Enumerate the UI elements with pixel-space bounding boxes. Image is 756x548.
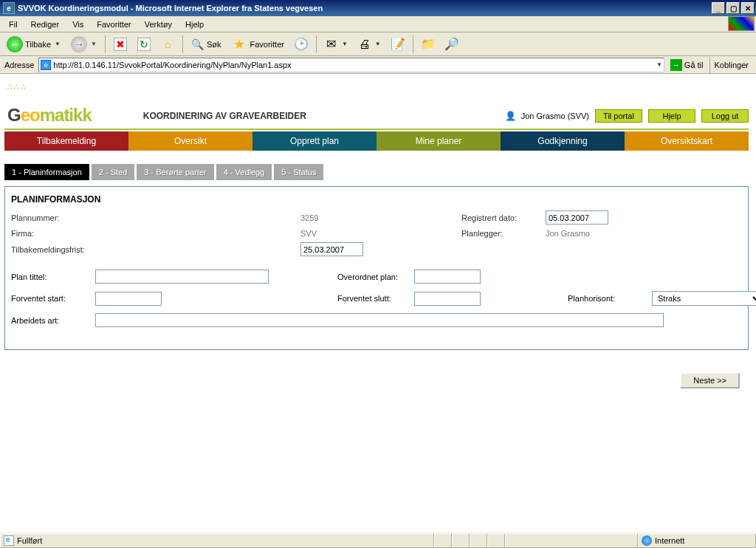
stop-button[interactable]: ✖ [110,35,131,53]
arbeid-input[interactable] [95,313,664,327]
print-icon: 🖨 [358,38,371,51]
toolbar-separator [182,35,183,53]
logout-button[interactable]: Logg ut [701,109,749,123]
status-cell [470,533,487,548]
page-favicon-icon: e [41,60,51,70]
toolbar-separator [316,35,317,53]
frist-input[interactable] [300,242,363,256]
search-icon: 🔍 [191,38,205,51]
back-icon: ← [7,36,23,52]
regdato-label: Registrert dato: [461,213,543,222]
menu-fil[interactable]: Fil [3,18,24,30]
edit-icon: 📝 [391,38,405,51]
refresh-button[interactable]: ↻ [134,35,154,53]
edit-button[interactable]: 📝 [388,35,408,53]
menu-hjelp[interactable]: Hjelp [179,18,210,30]
research-button[interactable]: 🔎 [441,35,462,53]
window-buttons: _ ▢ ✕ [712,2,756,14]
mail-button[interactable]: ✉▼ [321,35,351,53]
tittel-label: Plan tittel: [11,273,92,281]
status-cell [487,533,505,548]
plannummer-label: Plannummer: [11,213,122,222]
address-label: Adresse [3,61,35,69]
search-label: Søk [207,40,221,49]
next-button[interactable]: Neste >> [680,372,740,388]
url-box[interactable]: e ▼ [38,58,664,72]
horisont-select[interactable]: Straks [652,291,756,306]
globe-icon [642,535,652,546]
status-cell [452,533,470,548]
regdato-input[interactable] [546,210,608,225]
go-button[interactable]: → Gå til [667,58,707,72]
tab-oversikt[interactable]: Oversikt [128,131,252,151]
window-titlebar: e SVVOK Koordineringsmodul - Microsoft I… [0,0,756,16]
user-name: Jon Grasmo (SVV) [521,112,589,120]
next-row: Neste >> [4,372,749,388]
tab-godkjenning[interactable]: Godkjenning [501,131,625,151]
chevron-down-icon: ▼ [375,41,381,47]
planlegger-label: Planlegger: [461,229,543,238]
start-input[interactable] [95,292,162,306]
windows-logo-icon [728,16,755,31]
chevron-down-icon: ▼ [91,41,97,47]
page-viewport: ∴∴∴ Geomatikk KOORDINERING AV GRAVEARBEI… [0,74,756,532]
minimize-button[interactable]: _ [712,2,725,14]
back-button[interactable]: ← Tilbake ▼ [3,34,64,55]
page-title: KOORDINERING AV GRAVEARBEIDER [92,111,505,126]
plannummer-value: 3259 [300,213,382,222]
favorites-button[interactable]: ★ Favoritter [227,34,287,55]
user-icon [505,111,515,121]
tab-mine-planer[interactable]: Mine planer [377,131,501,151]
home-button[interactable]: ⌂ [157,35,178,53]
favorites-label: Favoritter [250,40,284,49]
chevron-down-icon: ▼ [55,41,61,47]
form-heading: PLANINFORMASJON [11,194,742,205]
print-button[interactable]: 🖨▼ [354,35,385,53]
back-label: Tilbake [25,40,51,49]
links-button[interactable]: Koblinger [709,57,753,73]
subtab-sted[interactable]: 2 - Sted [92,164,135,180]
geomatikk-logo: ∴∴∴ Geomatikk [7,84,92,126]
start-label: Forventet start: [11,294,92,303]
main-tabs: Tilbakemelding Oversikt Opprett plan Min… [4,131,749,151]
menu-vis[interactable]: Vis [66,18,89,30]
firma-label: Firma: [11,229,122,238]
maximize-button[interactable]: ▢ [726,2,740,14]
chevron-down-icon[interactable]: ▼ [656,61,662,68]
go-icon: → [670,59,682,71]
subtab-status[interactable]: 5 - Status [274,164,323,180]
address-bar: Adresse e ▼ → Gå til Koblinger [0,56,756,74]
slutt-label: Forventet slutt: [337,294,411,303]
app-icon: e [3,2,15,14]
forward-button[interactable]: → ▼ [67,34,100,55]
help-button[interactable]: Hjelp [648,109,695,123]
overordnet-input[interactable] [414,270,481,284]
tittel-input[interactable] [95,270,269,284]
folder-icon: 📁 [422,38,435,51]
search-button[interactable]: 🔍 Søk [188,35,225,53]
slutt-input[interactable] [414,292,481,306]
menu-verktoy[interactable]: Verktøy [139,18,178,30]
status-bar: Fullført Internett [0,532,756,548]
menu-rediger[interactable]: Rediger [25,18,66,30]
toolbar-separator [413,35,413,53]
toolbar-separator [105,35,106,53]
history-icon: 🕑 [295,38,308,51]
history-button[interactable]: 🕑 [291,35,312,53]
subtab-parter[interactable]: 3 - Berørte parter [137,164,213,180]
tab-opprett-plan[interactable]: Opprett plan [252,131,377,151]
menu-favoritter[interactable]: Favoritter [91,18,137,30]
go-label: Gå til [684,61,704,69]
close-button[interactable]: ✕ [741,2,755,14]
url-input[interactable] [53,61,655,69]
subtab-vedlegg[interactable]: 4 - Vedlegg [216,164,272,180]
sub-tabs: 1 - Planinformasjon 2 - Sted 3 - Berørte… [4,164,749,180]
page-header: ∴∴∴ Geomatikk KOORDINERING AV GRAVEARBEI… [4,77,749,130]
menu-bar: Fil Rediger Vis Favoritter Verktøy Hjelp [0,16,756,32]
subtab-planinfo[interactable]: 1 - Planinformasjon [4,164,89,180]
discuss-button[interactable]: 📁 [418,35,439,53]
to-portal-button[interactable]: Til portal [595,109,642,123]
tab-oversiktskart[interactable]: Oversiktskart [625,131,749,151]
tab-tilbakemelding[interactable]: Tilbakemelding [4,131,128,151]
stop-icon: ✖ [114,38,127,51]
